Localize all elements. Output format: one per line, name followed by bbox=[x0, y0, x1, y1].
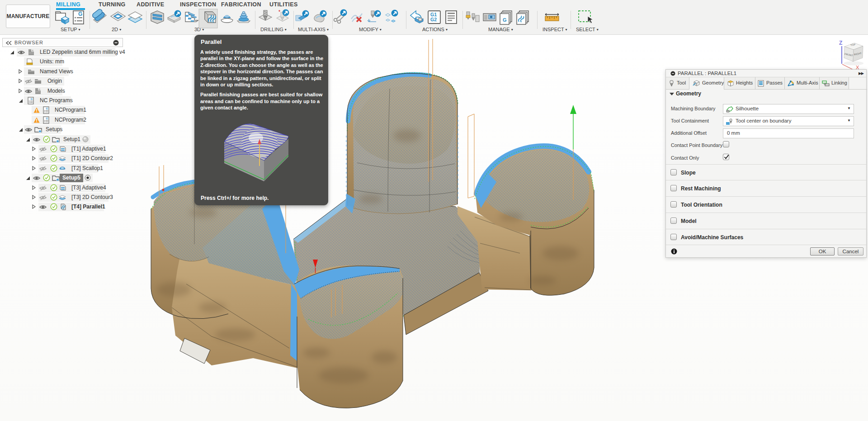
svg-text:G: G bbox=[78, 11, 82, 17]
svg-text:G2: G2 bbox=[430, 17, 437, 22]
svg-text:Z: Z bbox=[839, 40, 842, 46]
svg-text:G: G bbox=[503, 17, 507, 23]
